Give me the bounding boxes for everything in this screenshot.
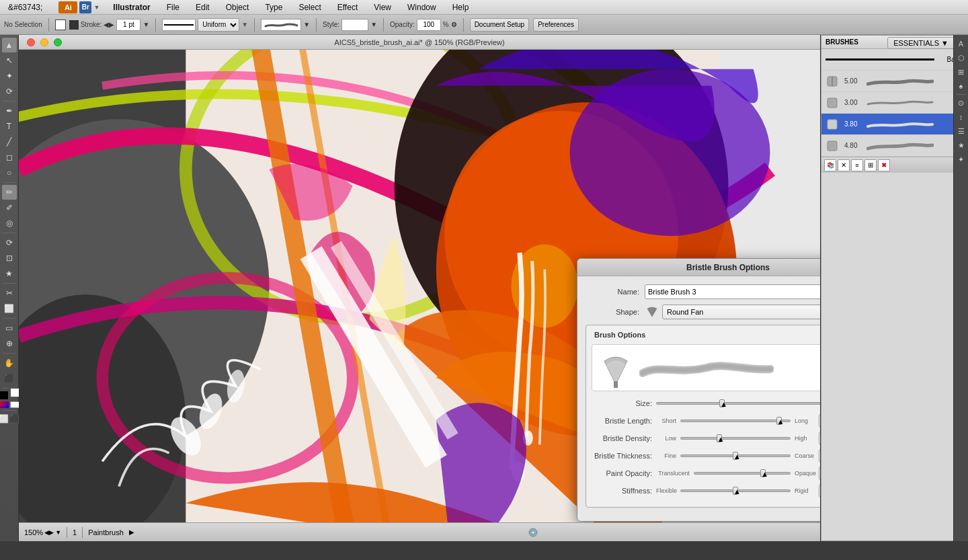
menu-window[interactable]: Window (405, 1, 439, 13)
stiffness-thumb[interactable]: ▲ (733, 487, 738, 495)
stiffness-track[interactable]: ▲ (680, 489, 791, 492)
tool-pencil[interactable]: ✐ (2, 200, 17, 215)
tool-type[interactable]: T (2, 119, 17, 134)
fill-color-swatch[interactable] (69, 20, 79, 30)
side-icon-4[interactable]: ♠ (955, 80, 967, 92)
bristle-density-thumb[interactable]: ▲ (717, 434, 722, 442)
stroke-type-select[interactable]: Uniform (198, 18, 239, 32)
menu-object[interactable]: Object (223, 1, 252, 13)
side-icon-3[interactable]: ⊞ (955, 66, 967, 78)
tool-rect[interactable]: ◻ (2, 150, 17, 165)
tool-scale[interactable]: ⊡ (2, 251, 17, 266)
workspace-switcher[interactable]: ▼ (93, 4, 99, 11)
tool-ellipse[interactable]: ○ (2, 165, 17, 180)
brush-library-btn[interactable]: 📚 (824, 159, 836, 171)
style-arrow[interactable]: ▼ (370, 21, 377, 28)
menu-illustrator[interactable]: Illustrator (110, 1, 153, 13)
tool-eraser[interactable]: ◎ (2, 216, 17, 231)
artwork[interactable]: Bristle Brush Options Name: Shape: (19, 50, 820, 522)
tool-column-graph[interactable]: ⬜ (2, 301, 17, 316)
bristle-length-value[interactable]: 100 (819, 414, 820, 428)
brush-name-input[interactable] (645, 284, 820, 299)
tool-zoom[interactable]: ⬛ (2, 371, 17, 386)
bristle-density-track[interactable]: ▲ (680, 437, 791, 440)
apple-menu[interactable]: &#63743; (5, 1, 45, 13)
tool-symbol[interactable]: ✂ (2, 286, 17, 301)
brush-duplicate-btn[interactable]: ⊞ (864, 159, 877, 171)
side-icon-7[interactable]: ☰ (955, 125, 967, 137)
menu-select[interactable]: Select (296, 1, 323, 13)
scroll-arrow[interactable] (528, 528, 538, 538)
preferences-button[interactable]: Preferences (533, 18, 579, 32)
paint-opacity-value[interactable]: 75 (819, 467, 820, 480)
none-mode-btn[interactable] (10, 401, 19, 408)
paint-opacity-track[interactable]: ▲ (694, 472, 791, 475)
color-mode-btn[interactable] (0, 401, 9, 408)
side-icon-8[interactable]: ★ (955, 139, 967, 151)
win-close-btn[interactable] (27, 38, 35, 46)
tool-paintbrush[interactable]: ✏ (2, 185, 17, 200)
stroke-swatch[interactable] (10, 388, 19, 397)
stroke-value-input[interactable] (116, 19, 140, 31)
normal-view-btn[interactable]: ⬜ (0, 414, 9, 424)
brush-item-480[interactable]: 4.80 (821, 135, 967, 157)
menu-effect[interactable]: Effect (335, 1, 360, 13)
tool-lasso[interactable]: ⟳ (2, 84, 17, 99)
tool-artboard[interactable]: ▭ (2, 321, 17, 335)
tool-pen[interactable]: ✒ (2, 104, 17, 118)
menu-file[interactable]: File (164, 1, 182, 13)
bristle-thickness-thumb[interactable]: ▲ (733, 452, 738, 460)
tool-line[interactable]: ╱ (2, 134, 17, 149)
opacity-input[interactable] (417, 19, 441, 31)
bristle-density-value[interactable]: 33 (819, 432, 820, 445)
doc-setup-button[interactable]: Document Setup (470, 18, 530, 32)
side-icon-2[interactable]: ⬡ (955, 52, 967, 64)
stroke-arrow[interactable]: ▼ (241, 21, 248, 28)
tool-hand[interactable]: ✋ (2, 356, 17, 370)
stroke-arrows[interactable]: ◀▶ (104, 21, 114, 28)
side-icon-9[interactable]: ✦ (955, 153, 967, 165)
fill-swatch[interactable] (0, 391, 9, 400)
tool-arrow[interactable]: ▶ (129, 528, 134, 536)
bristle-length-thumb[interactable]: ▲ (776, 417, 782, 425)
win-max-btn[interactable] (54, 38, 62, 46)
tool-magic-wand[interactable]: ✦ (2, 69, 17, 83)
bristle-thickness-value[interactable]: 50 (819, 449, 820, 463)
tool-warp[interactable]: ★ (2, 266, 17, 281)
brush-delete-line-btn[interactable]: ✕ (838, 159, 850, 171)
tool-slice[interactable]: ⊕ (2, 336, 17, 351)
zoom-arrow[interactable]: ◀▶ (44, 529, 54, 536)
menu-view[interactable]: View (371, 1, 394, 13)
paint-opacity-thumb[interactable]: ▲ (760, 469, 766, 477)
zoom-dropdown[interactable]: ▼ (55, 529, 61, 536)
canvas-title: AICS5_bristle_brush_ai.ai* @ 150% (RGB/P… (334, 38, 504, 46)
size-slider-track[interactable]: ▲ (656, 402, 820, 405)
tool-direct-select[interactable]: ↖ (2, 53, 17, 68)
side-icon-6[interactable]: ↕ (955, 111, 967, 123)
opacity-options[interactable]: ⚙ (451, 21, 457, 28)
brush-item-300[interactable]: 3.00 (821, 92, 967, 114)
fullscreen-view-btn[interactable]: ⬛ (10, 414, 19, 424)
essentials-button[interactable]: ESSENTIALS ▼ (887, 37, 955, 49)
style-swatch[interactable] (341, 19, 368, 31)
brush-item-basic[interactable]: Basic (821, 49, 967, 71)
bristle-length-track[interactable]: ▲ (680, 419, 791, 422)
stroke-unit-arrow[interactable]: ▼ (143, 21, 149, 28)
brush-select-arrow[interactable]: ▼ (303, 21, 310, 28)
brush-options-btn[interactable]: ≡ (851, 159, 863, 171)
stiffness-value[interactable]: 50 (819, 484, 820, 497)
stroke-color-swatch[interactable] (55, 19, 66, 30)
menu-help[interactable]: Help (450, 1, 472, 13)
side-icon-5[interactable]: ⊙ (955, 97, 967, 109)
tool-select[interactable]: ▲ (2, 38, 17, 52)
menu-edit[interactable]: Edit (193, 1, 212, 13)
menu-type[interactable]: Type (262, 1, 285, 13)
bristle-thickness-track[interactable]: ▲ (680, 454, 791, 457)
win-min-btn[interactable] (40, 38, 48, 46)
brush-remove-btn[interactable]: ✖ (878, 159, 890, 171)
brush-item-500[interactable]: 5.00 (821, 71, 967, 92)
brush-item-380[interactable]: 3.80 (821, 114, 967, 135)
size-slider-thumb[interactable]: ▲ (719, 399, 725, 407)
side-icon-1[interactable]: A (955, 38, 967, 50)
tool-rotate[interactable]: ⟳ (2, 235, 17, 250)
